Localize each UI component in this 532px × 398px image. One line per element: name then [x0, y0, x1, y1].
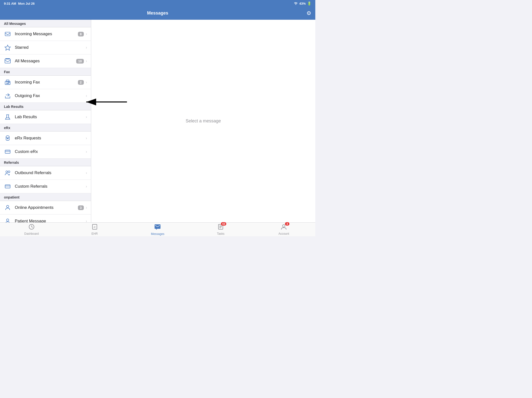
chevron-right-icon: ›	[86, 205, 87, 210]
fax-icon	[4, 79, 11, 85]
sidebar-item-online-appointments[interactable]: Online Appointments 3 ›	[0, 201, 91, 215]
sidebar-item-starred[interactable]: Starred ›	[0, 41, 91, 54]
svg-point-18	[6, 219, 9, 221]
svg-marker-1	[5, 45, 10, 50]
tab-tasks[interactable]: 43 Tasks	[189, 223, 252, 236]
account-badge: 3	[285, 222, 289, 226]
svg-point-15	[8, 171, 10, 173]
chevron-right-icon: ›	[86, 171, 87, 175]
sidebar-item-outgoing-fax[interactable]: Outgoing Fax ›	[0, 89, 91, 103]
section-header-onpatient: onpatient	[0, 193, 91, 201]
chevron-right-icon: ›	[86, 219, 87, 222]
svg-point-14	[6, 171, 8, 173]
chevron-right-icon: ›	[86, 115, 87, 119]
patient-message-icon	[4, 218, 11, 222]
status-bar: 9:31 AM Mon Jul 26 43% 🔋	[0, 0, 315, 7]
svg-rect-2	[5, 59, 10, 63]
section-header-all-messages: All Messages	[0, 20, 91, 27]
online-appointments-badge: 3	[78, 205, 84, 210]
sidebar-item-patient-message[interactable]: Patient Message ›	[0, 215, 91, 222]
sidebar-item-lab-results[interactable]: Lab Results ›	[0, 110, 91, 124]
select-message-placeholder: Select a message	[186, 118, 221, 124]
gear-icon[interactable]: ⚙	[306, 10, 311, 17]
lab-results-label: Lab Results	[15, 115, 86, 119]
incoming-fax-badge: 2	[78, 80, 84, 85]
incoming-messages-label: Incoming Messages	[15, 32, 78, 36]
inbox-icon	[4, 31, 11, 37]
sidebar-item-incoming-fax[interactable]: Incoming Fax 2 ›	[0, 76, 91, 89]
outbound-referrals-label: Outbound Referrals	[15, 170, 86, 175]
sidebar-item-erx-requests[interactable]: eRx Requests ›	[0, 132, 91, 145]
tab-dashboard[interactable]: Dashboard	[0, 223, 63, 236]
tasks-icon-container: 43	[217, 224, 224, 232]
section-header-erx: eRx	[0, 124, 91, 132]
chevron-right-icon: ›	[86, 45, 87, 50]
main-layout: All Messages Incoming Messages 8 › Starr…	[0, 20, 315, 222]
chevron-right-icon: ›	[86, 32, 87, 36]
person-icon	[4, 204, 11, 211]
custom-referrals-label: Custom Referrals	[15, 184, 86, 189]
account-icon-container: 3	[281, 224, 287, 232]
custom-erx-label: Custom eRx	[15, 149, 86, 154]
svg-rect-0	[5, 32, 10, 36]
tasks-badge: 43	[221, 222, 226, 226]
all-messages-icon	[4, 58, 11, 64]
all-messages-badge: 10	[76, 59, 84, 64]
sidebar-item-custom-erx[interactable]: Custom eRx ›	[0, 145, 91, 159]
star-icon	[4, 44, 11, 51]
patient-message-label: Patient Message	[15, 219, 86, 222]
starred-label: Starred	[15, 45, 86, 50]
incoming-fax-label: Incoming Fax	[15, 80, 78, 85]
custom-referrals-icon	[4, 183, 11, 190]
tasks-icon	[217, 225, 224, 231]
wifi-icon	[294, 1, 298, 6]
referrals-icon	[4, 170, 11, 176]
chevron-right-icon: ›	[86, 184, 87, 189]
incoming-messages-badge: 8	[78, 32, 84, 36]
erx-requests-label: eRx Requests	[15, 136, 86, 141]
section-header-referrals: Referrals	[0, 159, 91, 166]
ehr-icon: dr	[91, 225, 98, 231]
dashboard-icon	[28, 225, 35, 231]
chevron-right-icon: ›	[86, 80, 87, 84]
online-appointments-label: Online Appointments	[15, 205, 78, 210]
svg-rect-16	[5, 185, 10, 188]
outgoing-fax-label: Outgoing Fax	[15, 93, 86, 98]
ehr-icon-container: dr	[91, 224, 98, 232]
erx-icon	[4, 135, 11, 141]
svg-rect-3	[6, 59, 10, 59]
battery-icon: 🔋	[307, 1, 311, 5]
tab-bar: Dashboard dr EHR Messages	[0, 222, 315, 236]
messages-icon	[154, 225, 161, 232]
section-header-lab-results: Lab Results	[0, 103, 91, 110]
svg-text:dr: dr	[93, 226, 96, 228]
chevron-right-icon: ›	[86, 136, 87, 140]
chevron-right-icon: ›	[86, 149, 87, 154]
tab-ehr[interactable]: dr EHR	[63, 223, 126, 236]
tab-account[interactable]: 3 Account	[252, 223, 315, 236]
svg-point-17	[6, 205, 9, 208]
sidebar-item-all-messages[interactable]: All Messages 10 ›	[0, 54, 91, 68]
svg-point-8	[9, 82, 9, 83]
account-icon	[281, 225, 287, 231]
status-time: 9:31 AM	[4, 2, 16, 5]
sidebar-item-incoming-messages[interactable]: Incoming Messages 8 ›	[0, 27, 91, 41]
content-area: Select a message	[91, 20, 315, 222]
tab-messages[interactable]: Messages	[126, 223, 189, 236]
sidebar-item-custom-referrals[interactable]: Custom Referrals ›	[0, 180, 91, 193]
svg-point-29	[283, 225, 285, 227]
tasks-tab-label: Tasks	[217, 232, 225, 235]
custom-erx-icon	[4, 149, 11, 155]
status-bar-left: 9:31 AM Mon Jul 26	[4, 2, 35, 5]
fax-out-icon	[4, 93, 11, 99]
sidebar: All Messages Incoming Messages 8 › Starr…	[0, 20, 91, 222]
dashboard-icon-container	[28, 224, 35, 232]
ehr-tab-label: EHR	[91, 232, 98, 235]
lab-icon	[4, 114, 11, 120]
page-title: Messages	[14, 11, 301, 16]
sidebar-item-outbound-referrals[interactable]: Outbound Referrals ›	[0, 166, 91, 180]
header-right[interactable]: ⚙	[301, 10, 311, 17]
section-header-fax: Fax	[0, 68, 91, 76]
messages-icon-container	[154, 223, 161, 232]
chevron-right-icon: ›	[86, 59, 87, 63]
